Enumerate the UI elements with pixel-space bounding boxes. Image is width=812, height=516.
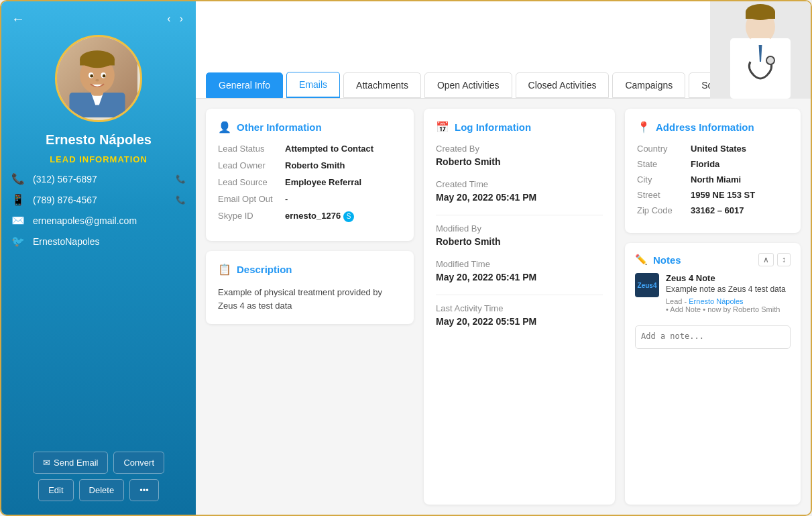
street-label: Street bbox=[637, 190, 691, 200]
avatar bbox=[55, 35, 142, 122]
modified-time-section: Modified Time May 20, 2022 05:41 PM bbox=[436, 259, 603, 282]
delete-button[interactable]: Delete bbox=[79, 479, 125, 501]
note-logo: Zeus4 bbox=[635, 273, 659, 297]
twitter-item: 🐦 ErnestoNapoles bbox=[11, 235, 186, 248]
next-button[interactable]: › bbox=[177, 11, 186, 26]
notes-title: ✏️ Notes bbox=[635, 254, 681, 266]
lead-owner-label: Lead Owner bbox=[218, 160, 285, 170]
main-content: General Info Emails Attachments Open Act… bbox=[196, 1, 811, 515]
note-footer: Lead - Ernesto Nápoles • Add Note • now … bbox=[666, 297, 791, 313]
modified-by-value: Roberto Smith bbox=[436, 236, 603, 247]
mobile-number: (789) 876-4567 bbox=[33, 195, 168, 205]
email-address: ernenapoles@gmail.com bbox=[33, 215, 186, 226]
note-action: • Add Note bbox=[666, 305, 701, 313]
zipcode-value: 33162 – 6017 bbox=[691, 205, 744, 215]
created-time-value: May 20, 2022 05:41 PM bbox=[436, 192, 603, 203]
svg-point-11 bbox=[103, 74, 106, 78]
note-title: Zeus 4 Note bbox=[666, 273, 791, 283]
address-information-card: 📍 Address Information Country United Sta… bbox=[625, 109, 801, 233]
zipcode-row: Zip Code 33162 – 6017 bbox=[637, 205, 789, 215]
created-by-section: Created By Roberto Smith bbox=[436, 144, 603, 167]
lead-source-value: Employee Referral bbox=[285, 177, 361, 187]
prev-button[interactable]: ‹ bbox=[164, 11, 173, 26]
city-label: City bbox=[637, 174, 691, 185]
phone-extra-icon: 📞 bbox=[176, 174, 186, 184]
created-time-label: Created Time bbox=[436, 179, 603, 189]
lead-info-label: LEAD INFORMATION bbox=[50, 154, 148, 164]
email-opt-out-value: - bbox=[285, 194, 288, 204]
tab-attachments[interactable]: Attachments bbox=[343, 72, 421, 98]
more-button[interactable]: ••• bbox=[129, 479, 159, 501]
email-opt-out-row: Email Opt Out - bbox=[218, 194, 402, 204]
svg-point-15 bbox=[766, 56, 774, 64]
tab-emails[interactable]: Emails bbox=[286, 72, 340, 98]
convert-button[interactable]: Convert bbox=[113, 452, 164, 474]
contact-name: Ernesto Nápoles bbox=[46, 132, 152, 148]
other-information-card: 👤 Other Information Lead Status Attempte… bbox=[206, 109, 414, 241]
notes-controls: ∧ ↕ bbox=[758, 253, 791, 266]
created-by-value: Roberto Smith bbox=[436, 156, 603, 167]
twitter-handle: ErnestoNapoles bbox=[33, 236, 186, 247]
lead-status-row: Lead Status Attempted to Contact bbox=[218, 144, 402, 154]
send-email-button[interactable]: ✉ Send Email bbox=[33, 452, 108, 474]
phone-item: 📞 (312) 567-6897 📞 bbox=[11, 172, 186, 185]
note-time: • now by bbox=[703, 305, 731, 313]
svg-point-10 bbox=[90, 74, 93, 78]
notes-scroll-button[interactable]: ↕ bbox=[777, 253, 791, 266]
tab-campaigns[interactable]: Campaigns bbox=[612, 72, 685, 98]
zipcode-label: Zip Code bbox=[637, 205, 691, 215]
sidebar: ← ‹ › bbox=[1, 1, 196, 515]
last-activity-section: Last Activity Time May 20, 2022 05:51 PM bbox=[436, 303, 603, 327]
log-info-title: 📅 Log Information bbox=[436, 121, 603, 134]
mobile-extra-icon: 📞 bbox=[176, 195, 186, 205]
state-row: State Florida bbox=[637, 159, 789, 169]
last-activity-value: May 20, 2022 05:51 PM bbox=[436, 316, 603, 327]
email-icon: ✉️ bbox=[11, 214, 25, 227]
right-column: 📍 Address Information Country United Sta… bbox=[625, 109, 801, 505]
email-item: ✉️ ernenapoles@gmail.com bbox=[11, 214, 186, 227]
notes-header: ✏️ Notes ∧ ↕ bbox=[635, 253, 791, 266]
created-time-section: Created Time May 20, 2022 05:41 PM bbox=[436, 179, 603, 203]
description-text: Example of physical treatment provided b… bbox=[218, 286, 402, 312]
email-opt-out-label: Email Opt Out bbox=[218, 194, 285, 204]
log-icon: 📅 bbox=[436, 121, 449, 134]
svg-point-12 bbox=[95, 79, 99, 82]
modified-time-label: Modified Time bbox=[436, 259, 603, 269]
note-input[interactable] bbox=[635, 325, 791, 349]
log-information-card: 📅 Log Information Created By Roberto Smi… bbox=[424, 109, 615, 505]
city-value: North Miami bbox=[691, 174, 741, 185]
tab-general-info[interactable]: General Info bbox=[206, 72, 283, 98]
phone-icon: 📞 bbox=[11, 172, 25, 185]
notes-card: ✏️ Notes ∧ ↕ Zeus4 Zeus 4 Note Example n… bbox=[625, 243, 801, 505]
phone-number: (312) 567-6897 bbox=[33, 174, 168, 185]
state-value: Florida bbox=[691, 159, 719, 169]
state-label: State bbox=[637, 159, 691, 169]
modified-by-label: Modified By bbox=[436, 223, 603, 234]
tabs-bar: General Info Emails Attachments Open Act… bbox=[196, 72, 797, 98]
skype-icon: S bbox=[343, 211, 354, 222]
street-row: Street 1959 NE 153 ST bbox=[637, 190, 789, 200]
lead-owner-value: Roberto Smith bbox=[285, 160, 345, 170]
lead-status-label: Lead Status bbox=[218, 144, 285, 154]
svg-rect-20 bbox=[750, 38, 770, 45]
lead-owner-row: Lead Owner Roberto Smith bbox=[218, 160, 402, 170]
description-title: 📋 Description bbox=[218, 263, 402, 276]
log-divider-1 bbox=[436, 215, 603, 215]
back-button[interactable]: ← bbox=[11, 11, 25, 27]
mobile-item: 📱 (789) 876-4567 📞 bbox=[11, 193, 186, 206]
email-btn-icon: ✉ bbox=[43, 458, 50, 468]
description-icon: 📋 bbox=[218, 263, 231, 276]
country-row: Country United States bbox=[637, 144, 789, 154]
pencil-icon: ✏️ bbox=[635, 254, 648, 266]
notes-collapse-button[interactable]: ∧ bbox=[758, 253, 774, 266]
note-content: Zeus 4 Note Example note as Zeus 4 test … bbox=[666, 273, 791, 313]
country-value: United States bbox=[691, 144, 746, 154]
svg-rect-7 bbox=[80, 59, 115, 65]
mid-column: 📅 Log Information Created By Roberto Smi… bbox=[424, 109, 615, 505]
tab-open-activities[interactable]: Open Activities bbox=[424, 72, 512, 98]
log-divider-2 bbox=[436, 295, 603, 295]
note-body: Example note as Zeus 4 test data bbox=[666, 285, 791, 294]
note-link[interactable]: Ernesto Nápoles bbox=[689, 297, 743, 305]
edit-button[interactable]: Edit bbox=[38, 479, 73, 501]
tab-closed-activities[interactable]: Closed Activities bbox=[516, 72, 610, 98]
